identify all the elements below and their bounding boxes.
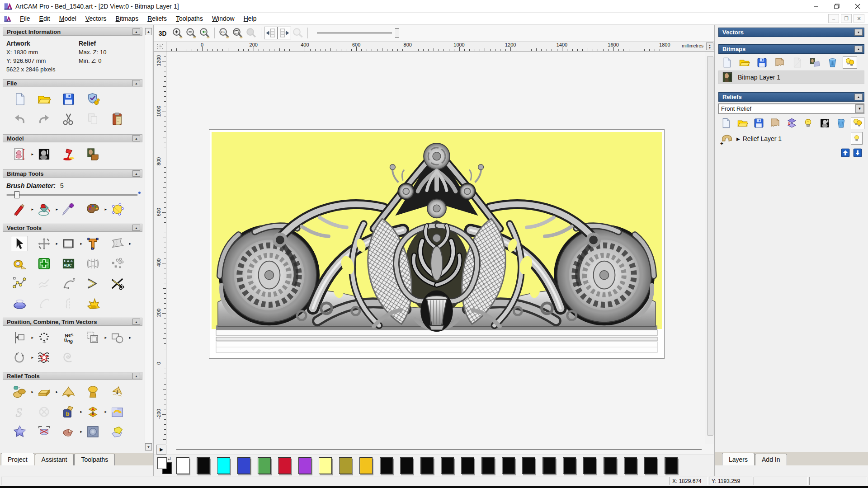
basket-weave-icon[interactable] bbox=[35, 444, 52, 444]
model-header[interactable]: Model ▲ bbox=[3, 134, 142, 142]
flyout-arrow-icon[interactable]: ▸ bbox=[56, 389, 58, 394]
model-picture-icon[interactable] bbox=[84, 146, 101, 162]
save-model-icon[interactable] bbox=[60, 91, 77, 107]
move-layer-down-button[interactable] bbox=[853, 148, 863, 157]
flyout-arrow-icon[interactable]: ▸ bbox=[104, 207, 107, 211]
arrow-head-icon[interactable] bbox=[84, 276, 101, 291]
palette-swatch-2[interactable] bbox=[217, 457, 230, 474]
ruler-origin-button[interactable] bbox=[154, 42, 166, 51]
left-panel-scrollbar[interactable]: ▲ ▼ bbox=[145, 28, 152, 451]
mdi-restore-button[interactable]: ❐ bbox=[841, 14, 852, 23]
bitmap-fit-vectors-icon[interactable] bbox=[108, 202, 126, 217]
primary-secondary-colour-indicator[interactable]: ⇄ bbox=[156, 456, 176, 475]
toggle-visibility-icon[interactable] bbox=[851, 117, 864, 129]
pan-view-right-icon[interactable] bbox=[278, 27, 291, 39]
menu-window[interactable]: Window bbox=[208, 14, 239, 23]
menu-help[interactable]: Help bbox=[239, 14, 261, 23]
flyout-arrow-icon[interactable]: ▸ bbox=[80, 241, 82, 246]
gold-bar-icon[interactable]: ▸ bbox=[35, 384, 52, 399]
vector-tools-header[interactable]: Vector Tools ▲ bbox=[3, 224, 142, 232]
expander-icon[interactable]: ▶ bbox=[736, 136, 740, 141]
envelope-distort-icon[interactable]: ▸ bbox=[108, 236, 126, 251]
measure-icon[interactable] bbox=[11, 256, 28, 271]
palette-swatch-7[interactable] bbox=[319, 457, 332, 474]
tab-toolpaths[interactable]: Toolpaths bbox=[74, 454, 115, 465]
palette-swatch-21[interactable] bbox=[604, 457, 617, 474]
slider-track[interactable] bbox=[6, 194, 138, 196]
flyout-arrow-icon[interactable]: ▸ bbox=[129, 335, 131, 340]
model-greyscale-icon[interactable] bbox=[35, 146, 52, 162]
zoom-in-icon[interactable] bbox=[171, 27, 184, 39]
collapse-icon[interactable]: ▲ bbox=[132, 28, 140, 35]
minimize-button[interactable] bbox=[806, 0, 826, 12]
wireframe-mesh-icon[interactable] bbox=[84, 256, 101, 271]
trim-vectors-icon[interactable] bbox=[108, 276, 126, 291]
file-header[interactable]: File ▲ bbox=[3, 79, 142, 87]
palette-swatch-19[interactable] bbox=[563, 457, 576, 474]
dome-shape-icon[interactable] bbox=[11, 296, 28, 311]
flyout-arrow-icon[interactable]: ▸ bbox=[80, 409, 82, 414]
collapse-icon[interactable]: ▲ bbox=[854, 94, 863, 100]
open-folder-icon[interactable] bbox=[737, 56, 751, 69]
ruler-unit-spinner[interactable]: ▲▼ bbox=[706, 42, 713, 50]
line-thickness-slider[interactable] bbox=[317, 28, 403, 38]
bulb-single-icon[interactable] bbox=[802, 117, 815, 129]
flood-fill-icon[interactable]: ▸ bbox=[35, 202, 52, 217]
position-vectors-header[interactable]: Position, Combine, Trim Vectors ▲ bbox=[3, 318, 142, 326]
tab-layers[interactable]: Layers bbox=[722, 453, 755, 465]
palette-swatch-23[interactable] bbox=[644, 457, 657, 474]
star-relief-icon[interactable] bbox=[11, 424, 28, 439]
palette-swatch-11[interactable] bbox=[400, 457, 413, 474]
shape-dome-gold-icon[interactable] bbox=[84, 384, 101, 399]
palette-swatch-10[interactable] bbox=[380, 457, 393, 474]
zoom-scale-1to1-icon[interactable]: 1:1 bbox=[217, 27, 231, 39]
ornament-relief-icon[interactable] bbox=[84, 444, 101, 444]
envelope-relief-icon[interactable] bbox=[35, 424, 52, 439]
star-shape-icon[interactable] bbox=[84, 296, 101, 311]
view-3d-icon[interactable]: 3D bbox=[157, 27, 171, 39]
menu-bitmaps[interactable]: Bitmaps bbox=[111, 14, 143, 23]
ruler-horizontal[interactable]: millimetres ▲▼ 0200400600800100012001400… bbox=[166, 42, 714, 51]
chevron-down-icon[interactable]: ▼ bbox=[855, 104, 864, 113]
model-size-icon[interactable]: ▸ bbox=[11, 146, 28, 162]
new-model-icon[interactable] bbox=[11, 91, 28, 107]
slider-handle[interactable] bbox=[14, 191, 19, 198]
mdi-close-button[interactable]: ✕ bbox=[854, 14, 864, 23]
palette-swatch-3[interactable] bbox=[237, 457, 250, 474]
vectors-header[interactable]: Vectors ▼ bbox=[718, 28, 864, 37]
tab-assistant[interactable]: Assistant bbox=[35, 454, 74, 465]
palette-swatch-16[interactable] bbox=[502, 457, 515, 474]
open-model-icon[interactable] bbox=[35, 91, 52, 107]
flyout-arrow-icon[interactable]: ▸ bbox=[31, 355, 33, 360]
vector-doctor-icon[interactable] bbox=[35, 256, 52, 271]
new-file-icon[interactable] bbox=[719, 117, 732, 129]
relief-select-dropdown[interactable]: Front Relief ▼ bbox=[718, 103, 864, 114]
paste-torn-icon[interactable] bbox=[769, 117, 782, 129]
tab-project[interactable]: Project bbox=[1, 453, 34, 465]
model-page[interactable] bbox=[209, 129, 665, 359]
flyout-arrow-icon[interactable]: ▸ bbox=[31, 335, 33, 340]
flyout-arrow-icon[interactable]: ▸ bbox=[104, 335, 107, 340]
scroll-up-icon[interactable]: ▲ bbox=[145, 28, 152, 35]
brush-diameter-slider[interactable] bbox=[6, 191, 138, 198]
swap-colours-icon[interactable]: ⇄ bbox=[168, 456, 171, 461]
flyout-arrow-icon[interactable]: ▸ bbox=[56, 207, 58, 211]
vertical-scrollbar[interactable] bbox=[706, 52, 714, 444]
palette-swatch-1[interactable] bbox=[197, 457, 210, 474]
node-edit-icon[interactable] bbox=[11, 276, 28, 291]
paste-icon[interactable] bbox=[108, 111, 126, 127]
align-objects-icon[interactable]: ▸ bbox=[11, 330, 28, 345]
flyout-arrow-icon[interactable]: ▸ bbox=[56, 241, 58, 246]
create-text-icon[interactable] bbox=[84, 236, 101, 251]
cutout-relief-icon[interactable] bbox=[108, 444, 126, 444]
offset-relief-icon[interactable] bbox=[108, 404, 126, 419]
palette-swatch-0[interactable] bbox=[176, 457, 189, 474]
pan-right-button[interactable]: ▶ bbox=[156, 445, 166, 455]
flyout-arrow-icon[interactable]: ▸ bbox=[104, 409, 107, 414]
collapse-icon[interactable]: ▲ bbox=[854, 46, 863, 52]
tab-add-in[interactable]: Add In bbox=[755, 454, 787, 465]
texture-relief-icon[interactable] bbox=[84, 424, 101, 439]
close-button[interactable] bbox=[847, 0, 868, 12]
palette-swatch-6[interactable] bbox=[298, 457, 311, 474]
collapse-icon[interactable]: ▲ bbox=[132, 135, 140, 141]
